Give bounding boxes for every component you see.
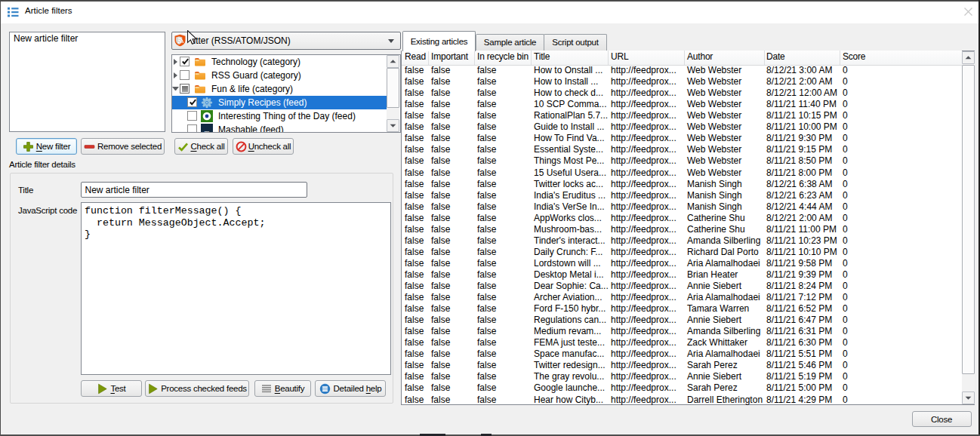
svg-text:m: m [204, 128, 210, 133]
